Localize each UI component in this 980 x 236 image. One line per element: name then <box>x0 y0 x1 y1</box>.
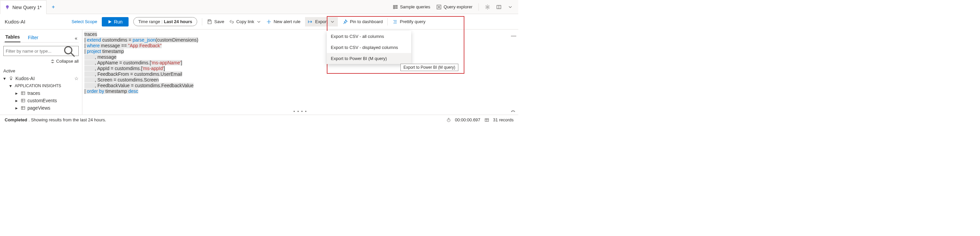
export-menu-item[interactable]: Export to CSV - all columns <box>327 31 411 42</box>
copy-link-button[interactable]: Copy link <box>229 19 261 24</box>
collapse-all-button[interactable]: Collapse all <box>3 59 79 64</box>
status-text: . Showing results from the last 24 hours… <box>29 117 106 122</box>
lightbulb-icon <box>9 76 13 81</box>
favorite-star-icon[interactable]: ☆ <box>74 76 79 81</box>
search-icon <box>62 44 76 58</box>
time-range-value: Last 24 hours <box>164 19 192 24</box>
table-icon <box>21 105 25 110</box>
resize-handle[interactable]: • • • • <box>294 109 307 114</box>
new-alert-button[interactable]: New alert rule <box>266 19 300 24</box>
svg-rect-13 <box>10 80 11 80</box>
play-icon <box>108 20 112 24</box>
save-icon <box>207 19 212 24</box>
list-icon <box>393 4 398 10</box>
query-explorer-button[interactable]: Query explorer <box>436 4 473 10</box>
tree-group[interactable]: ▾ APPLICATION INSIGHTS <box>3 82 79 89</box>
export-menu-item[interactable]: Export to CSV - displayed columns <box>327 42 411 53</box>
collapse-all-label: Collapse all <box>56 59 79 64</box>
run-button[interactable]: Run <box>102 17 129 27</box>
svg-rect-4 <box>395 5 398 6</box>
save-label: Save <box>214 19 224 24</box>
export-label: Export <box>315 19 328 24</box>
svg-rect-2 <box>393 7 395 7</box>
panel-icon[interactable] <box>496 4 501 10</box>
sidebar: Tables Filter « Collapse all Active ▾ Ku… <box>0 30 83 115</box>
pin-label: Pin to dashboard <box>350 19 383 24</box>
expand-results-button[interactable]: ︽ <box>511 107 515 113</box>
caret-icon: ▾ <box>3 76 7 81</box>
tree-item-label: pageViews <box>27 105 50 111</box>
prettify-label: Prettify query <box>400 19 426 24</box>
tab-tables[interactable]: Tables <box>5 32 21 42</box>
sidebar-search[interactable] <box>3 46 79 56</box>
prettify-button[interactable]: Prettify query <box>392 19 426 24</box>
svg-rect-6 <box>395 8 398 8</box>
tree-item[interactable]: ▸pageViews <box>3 104 79 112</box>
svg-rect-0 <box>7 8 8 9</box>
top-right-tools: Sample queries Query explorer <box>393 0 518 14</box>
svg-rect-20 <box>21 107 25 110</box>
tab-filter[interactable]: Filter <box>27 33 39 42</box>
separator <box>387 18 388 26</box>
tree-item[interactable]: ▸traces <box>3 89 79 97</box>
tree-root[interactable]: ▾ Kudos-AI ☆ <box>3 75 79 82</box>
tree-group-label: APPLICATION INSIGHTS <box>15 83 61 88</box>
plus-icon <box>266 19 272 24</box>
svg-rect-17 <box>21 99 25 102</box>
caret-icon: ▸ <box>15 105 19 111</box>
add-tab-button[interactable]: + <box>46 0 60 14</box>
search-input[interactable] <box>6 49 62 54</box>
caret-icon: ▾ <box>10 83 13 88</box>
pin-icon <box>342 19 348 24</box>
toolbar: Kudos-AI Select Scope Run Time range : L… <box>0 14 518 30</box>
scope-name: Kudos-AI <box>5 19 25 24</box>
tab-row: New Query 1* + Sample queries Query expl… <box>0 0 518 14</box>
export-menu: Export to CSV - all columnsExport to CSV… <box>327 31 411 64</box>
active-header: Active <box>3 69 79 73</box>
tree-item-label: traces <box>27 91 40 96</box>
status-completed: Completed <box>5 117 27 122</box>
svg-rect-1 <box>393 5 395 6</box>
run-label: Run <box>114 19 123 24</box>
export-menu-item[interactable]: Export to Power BI (M query) <box>327 53 411 64</box>
chevron-down-icon <box>256 19 261 24</box>
table-icon <box>484 118 489 122</box>
gear-icon[interactable] <box>485 4 490 10</box>
chevron-down-icon <box>330 19 335 24</box>
table-icon <box>21 91 25 96</box>
status-duration: 00:00:00.697 <box>455 117 480 122</box>
export-icon <box>308 19 313 24</box>
separator <box>202 18 202 26</box>
status-records: 31 records <box>493 117 514 122</box>
pin-button[interactable]: Pin to dashboard <box>342 19 383 24</box>
new-alert-label: New alert rule <box>274 19 300 24</box>
collapse-editor-button[interactable]: — <box>511 33 516 39</box>
time-range-label: Time range : <box>138 19 163 24</box>
time-range-pill[interactable]: Time range : Last 24 hours <box>133 17 197 26</box>
query-editor[interactable]: traces| extend customdims = parse_json(c… <box>83 30 518 94</box>
select-scope-link[interactable]: Select Scope <box>72 19 97 24</box>
svg-point-12 <box>65 46 72 54</box>
copy-link-label: Copy link <box>236 19 254 24</box>
query-tab[interactable]: New Query 1* <box>0 0 46 14</box>
editor-area: traces| extend customdims = parse_json(c… <box>83 30 518 115</box>
collapse-icon <box>50 59 55 64</box>
caret-icon: ▸ <box>15 91 19 96</box>
export-button[interactable]: Export <box>305 17 338 27</box>
sidebar-tabs: Tables Filter « <box>3 32 79 43</box>
sample-queries-label: Sample queries <box>400 4 430 10</box>
separator <box>479 3 479 11</box>
tree-root-label: Kudos-AI <box>15 76 35 81</box>
svg-rect-14 <box>21 92 25 95</box>
collapse-sidebar-button[interactable]: « <box>73 34 79 42</box>
sample-queries-button[interactable]: Sample queries <box>393 4 430 10</box>
query-explorer-label: Query explorer <box>444 4 473 10</box>
save-button[interactable]: Save <box>207 19 224 24</box>
tree-item[interactable]: ▸customEvents <box>3 97 79 104</box>
tree-item-label: customEvents <box>27 98 57 103</box>
svg-rect-11 <box>208 20 210 21</box>
explorer-icon <box>436 4 442 10</box>
chevron-down-icon[interactable] <box>508 4 513 10</box>
lightbulb-icon <box>5 5 10 10</box>
link-icon <box>229 19 234 24</box>
